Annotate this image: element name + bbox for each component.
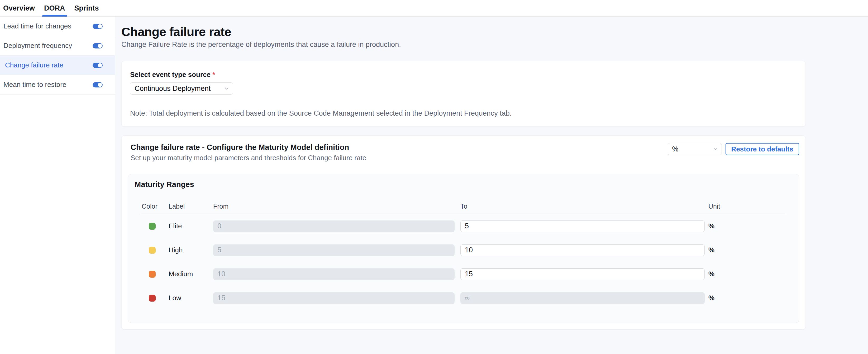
event-source-selected-value: Continuous Deployment	[134, 84, 211, 93]
medium-unit: %	[708, 270, 786, 278]
sidebar-item-label: Change failure rate	[5, 61, 63, 69]
high-from-input	[213, 244, 455, 256]
page-layout: Lead time for changes Deployment frequen…	[0, 16, 868, 354]
column-header-color: Color	[141, 203, 168, 210]
medium-color-swatch	[149, 271, 156, 278]
low-to-input	[460, 292, 705, 304]
sidebar-item-lead-time[interactable]: Lead time for changes	[0, 16, 115, 36]
elite-unit: %	[708, 222, 786, 230]
event-source-label: Select event type source *	[130, 71, 797, 79]
maturity-model-card: Change failure rate - Configure the Matu…	[121, 135, 806, 329]
mean-time-to-restore-toggle[interactable]	[93, 82, 103, 87]
column-header-unit: Unit	[708, 203, 786, 210]
low-from-input	[213, 292, 455, 304]
maturity-card-header: Change failure rate - Configure the Matu…	[128, 143, 799, 162]
maturity-ranges-title: Maturity Ranges	[134, 180, 793, 189]
high-unit: %	[708, 246, 786, 254]
chevron-down-icon	[713, 146, 718, 152]
deployment-note: Note: Total deployment is calculated bas…	[130, 109, 797, 117]
table-row-medium: Medium %	[141, 262, 786, 286]
sidebar-item-deployment-frequency[interactable]: Deployment frequency	[0, 36, 115, 56]
event-source-select[interactable]: Continuous Deployment	[130, 82, 233, 95]
row-label-high: High	[168, 246, 213, 254]
tab-overview[interactable]: Overview	[3, 0, 35, 16]
maturity-ranges-table: Color Label From To Unit Elite %	[141, 203, 786, 310]
page-title: Change failure rate	[121, 25, 806, 39]
sidebar-item-label: Deployment frequency	[3, 42, 72, 50]
maturity-card-controls: % Restore to defaults	[668, 143, 799, 155]
metrics-sidebar: Lead time for changes Deployment frequen…	[0, 16, 115, 354]
column-header-label: Label	[168, 203, 213, 210]
medium-from-input	[213, 269, 455, 280]
maturity-card-title: Change failure rate - Configure the Matu…	[131, 143, 366, 152]
row-label-medium: Medium	[168, 270, 213, 278]
row-label-elite: Elite	[168, 222, 213, 230]
restore-defaults-button[interactable]: Restore to defaults	[725, 143, 799, 155]
high-color-swatch	[149, 247, 156, 254]
chevron-down-icon	[224, 85, 229, 92]
elite-from-input	[213, 220, 455, 232]
unit-selected-value: %	[672, 145, 679, 153]
lead-time-toggle[interactable]	[93, 24, 103, 29]
sidebar-item-mean-time-to-restore[interactable]: Mean time to restore	[0, 75, 115, 95]
page-description: Change Failure Rate is the percentage of…	[121, 40, 806, 49]
event-source-card: Select event type source * Continuous De…	[121, 61, 806, 127]
change-failure-rate-toggle[interactable]	[93, 63, 103, 68]
maturity-ranges-panel: Maturity Ranges Color Label From To Unit…	[128, 174, 799, 323]
main-content: Change failure rate Change Failure Rate …	[115, 16, 868, 354]
table-row-high: High %	[141, 238, 786, 262]
sidebar-item-label: Mean time to restore	[3, 81, 66, 89]
column-header-to: To	[460, 203, 708, 210]
maturity-card-subtitle: Set up your maturity model parameters an…	[131, 154, 366, 162]
sidebar-item-label: Lead time for changes	[3, 22, 71, 30]
event-source-label-text: Select event type source	[130, 71, 211, 78]
required-asterisk: *	[212, 71, 215, 78]
table-row-low: Low %	[141, 286, 786, 310]
elite-to-input[interactable]	[460, 220, 705, 232]
tab-sprints[interactable]: Sprints	[74, 0, 99, 16]
table-row-elite: Elite %	[141, 214, 786, 238]
medium-to-input[interactable]	[460, 269, 705, 280]
sidebar-item-change-failure-rate[interactable]: Change failure rate	[0, 56, 115, 75]
unit-select[interactable]: %	[668, 143, 722, 155]
top-tab-bar: Overview DORA Sprints	[0, 0, 868, 16]
maturity-header-text: Change failure rate - Configure the Matu…	[131, 143, 366, 162]
column-header-from: From	[213, 203, 460, 210]
row-label-low: Low	[168, 294, 213, 302]
table-header-row: Color Label From To Unit	[141, 203, 786, 214]
deployment-frequency-toggle[interactable]	[93, 43, 103, 48]
high-to-input[interactable]	[460, 244, 705, 256]
low-unit: %	[708, 294, 786, 302]
tab-dora[interactable]: DORA	[44, 0, 65, 16]
low-color-swatch	[149, 295, 156, 302]
elite-color-swatch	[149, 223, 156, 230]
